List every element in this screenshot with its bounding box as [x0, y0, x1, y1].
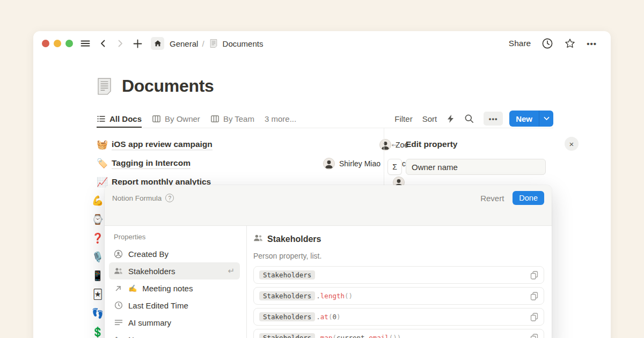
code-token: 0 [332, 313, 336, 321]
history-clock-icon[interactable] [541, 38, 553, 49]
copy-icon[interactable] [530, 292, 538, 300]
app-window: General / Documents Share ••• [33, 31, 611, 338]
doc-microphone-icon: 🎙️ [90, 248, 105, 267]
doc-card-icon: 🃏 [90, 285, 105, 304]
table-row[interactable]: 🧺 iOS app review campaign Zoe [97, 135, 417, 154]
formula-sigma-icon[interactable]: Σ [387, 159, 402, 175]
property-chip: Stakeholders [259, 291, 315, 300]
share-button[interactable]: Share [509, 39, 531, 48]
doc-question-icon: ❓ [90, 229, 105, 248]
formula-header[interactable]: Notion Formula ? Revert Done [105, 185, 552, 226]
writing-hand-icon: ✍️ [128, 284, 137, 292]
zoom-window-button[interactable] [65, 40, 73, 47]
property-item-label: AI summary [128, 318, 171, 327]
property-item-label: Name [128, 335, 150, 338]
code-token: . [316, 313, 320, 321]
property-item-ai-summary[interactable]: AI summary [105, 314, 246, 331]
code-token: at [320, 313, 328, 321]
property-chip: Stakeholders [259, 333, 315, 338]
desktop-background: General / Documents Share ••• [0, 0, 644, 338]
property-chip: Stakeholders [259, 312, 315, 321]
property-item-last-edited-time[interactable]: Last Edited Time [105, 297, 246, 314]
arrow-up-right-icon [114, 285, 123, 292]
new-page-plus-icon[interactable] [133, 39, 142, 48]
panel-close-icon[interactable]: × [565, 137, 579, 151]
property-item-meeting-notes[interactable]: ✍️ Meeting notes [105, 280, 246, 297]
code-token: ( [332, 334, 336, 338]
table-row[interactable]: 🏷️ Tagging in Intercom Shirley Miao Dece [97, 154, 417, 173]
doc-watch-icon: ⌚ [90, 210, 105, 229]
tab-by-team-label: By Team [223, 114, 254, 123]
formula-properties-pane: Properties Created By Stakeholders ↵ [105, 226, 247, 338]
panel-back-icon[interactable]: ← [390, 138, 400, 149]
sidebar-menu-icon[interactable] [80, 39, 90, 48]
help-icon[interactable]: ? [165, 194, 174, 202]
copy-icon[interactable] [530, 271, 538, 280]
tab-by-owner-label: By Owner [165, 114, 200, 123]
traffic-lights [42, 40, 73, 47]
automation-bolt-icon[interactable] [447, 114, 455, 123]
properties-section-label: Properties [114, 233, 246, 241]
view-options-icon[interactable]: ••• [484, 112, 503, 126]
code-token: . [316, 292, 320, 300]
doc-phone-icon: 📱 [90, 267, 105, 285]
panel-title: Edit property [406, 139, 457, 149]
people-icon [114, 267, 123, 276]
formula-example[interactable]: Stakeholders . map ( current . email ()) [253, 329, 544, 338]
code-token: () [345, 292, 353, 300]
more-options-icon[interactable]: ••• [587, 39, 597, 48]
home-icon[interactable] [151, 37, 164, 50]
tab-all-docs-label: All Docs [109, 114, 142, 123]
code-token: ) [336, 313, 341, 321]
breadcrumb-page[interactable]: Documents [223, 39, 264, 48]
new-chevron-down-icon[interactable] [539, 111, 553, 127]
revert-button[interactable]: Revert [480, 194, 504, 203]
property-item-label: Meeting notes [142, 284, 193, 293]
sort-button[interactable]: Sort [422, 114, 437, 123]
back-icon[interactable] [99, 39, 107, 48]
formula-header-label: Notion Formula [112, 194, 162, 202]
tab-by-team[interactable]: By Team [210, 109, 254, 128]
avatar [323, 158, 335, 170]
tab-all-docs[interactable]: All Docs [97, 109, 142, 128]
documents-list: 🧺 iOS app review campaign Zoe 🏷️ Tagging… [97, 135, 417, 192]
view-tabbar: All Docs By Owner By Team 3 more... Filt… [97, 109, 553, 128]
doc-tag-icon: 🏷️ [97, 159, 112, 168]
tab-by-owner[interactable]: By Owner [152, 109, 200, 128]
code-token: ( [328, 313, 333, 321]
copy-icon[interactable] [530, 313, 538, 321]
filter-button[interactable]: Filter [394, 114, 412, 123]
tabs-more-button[interactable]: 3 more... [265, 114, 296, 123]
property-item-name[interactable]: Aa Name [105, 331, 246, 338]
property-item-created-by[interactable]: Created By [105, 245, 246, 262]
doc-muscle-icon: 💪 [90, 192, 105, 210]
breadcrumb-workspace[interactable]: General [170, 39, 198, 48]
search-icon[interactable] [464, 114, 474, 123]
person-circle-icon [114, 249, 123, 259]
close-window-button[interactable] [42, 40, 49, 47]
code-token: . [316, 334, 320, 338]
people-icon [253, 233, 263, 245]
doc-footprints-icon: 👣 [90, 304, 105, 323]
forward-icon[interactable] [116, 39, 125, 48]
page-document-icon[interactable] [94, 76, 114, 96]
property-item-stakeholders[interactable]: Stakeholders ↵ [109, 262, 240, 280]
detail-property-subtitle: Person property, list. [253, 252, 544, 260]
minimize-window-button[interactable] [54, 40, 61, 47]
doc-title[interactable]: iOS app review campaign [112, 139, 213, 150]
copy-icon[interactable] [530, 334, 538, 338]
new-button[interactable]: New [509, 111, 553, 127]
code-token: length [320, 292, 345, 300]
property-item-label: Created By [128, 249, 169, 259]
document-page-icon [208, 38, 219, 49]
formula-example[interactable]: Stakeholders . at ( 0 ) [253, 308, 544, 326]
favorite-star-icon[interactable] [564, 38, 576, 49]
formula-example[interactable]: Stakeholders . length () [253, 287, 544, 305]
page-title: Documents [122, 76, 214, 96]
property-name-input[interactable] [406, 159, 546, 175]
doc-title[interactable]: Tagging in Intercom [112, 158, 191, 169]
formula-example[interactable]: Stakeholders [253, 266, 544, 284]
code-token: ()) [389, 334, 401, 338]
done-button[interactable]: Done [513, 191, 544, 205]
new-button-label[interactable]: New [509, 111, 539, 127]
